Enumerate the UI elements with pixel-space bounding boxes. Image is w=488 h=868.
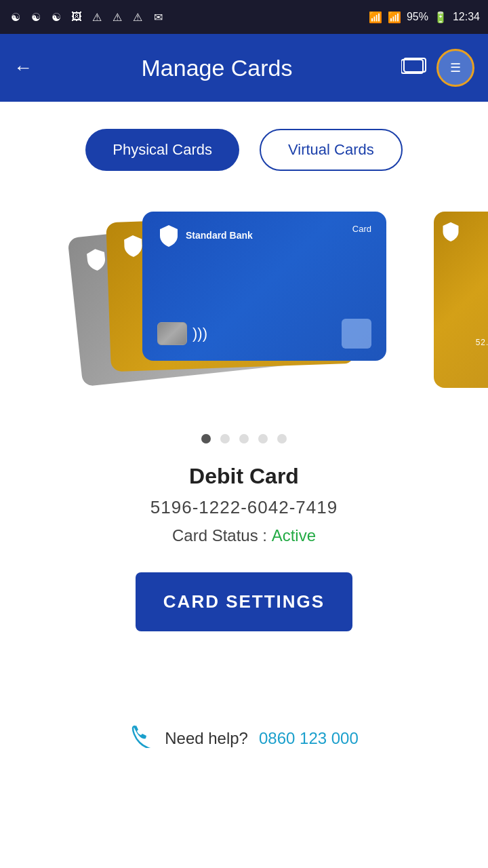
page-title: Manage Cards xyxy=(33,55,401,81)
carousel-dots xyxy=(0,422,488,450)
card-logo-blue: Standard Bank xyxy=(157,224,253,247)
battery-level: 95% xyxy=(407,11,428,23)
contactless-icon: ))) xyxy=(192,325,207,342)
icon-mail: ✉ xyxy=(150,9,165,24)
chip-icon xyxy=(157,322,187,345)
card-number-display: 5196-1222-6042-7419 xyxy=(0,497,488,518)
card-carousel: Standard Bank Card Standard Bank Card S xyxy=(0,191,488,422)
phone-icon xyxy=(129,724,154,753)
card-contactless-graphic xyxy=(342,319,371,349)
card-info: Debit Card 5196-1222-6042-7419 Card Stat… xyxy=(0,450,488,552)
hamburger-icon: ☰ xyxy=(450,62,461,74)
card-status-label: Card Status : xyxy=(172,526,267,545)
card-status-row: Card Status : Active xyxy=(0,526,488,545)
shield-icon-partial xyxy=(441,221,461,241)
status-right: 📶 📶 95% 🔋 12:34 xyxy=(369,11,480,24)
back-button[interactable]: ← xyxy=(14,57,33,79)
physical-cards-tab[interactable]: Physical Cards xyxy=(85,129,239,171)
dot-4 xyxy=(258,434,268,443)
card-name: Debit Card xyxy=(0,464,488,489)
partial-number: 52... xyxy=(476,338,488,347)
menu-button[interactable]: ☰ xyxy=(436,49,474,87)
clock: 12:34 xyxy=(453,11,480,23)
dot-2 xyxy=(220,434,230,443)
dot-1 xyxy=(201,434,211,443)
signal-icon: 📶 xyxy=(388,11,401,24)
icon-2: ☯ xyxy=(28,9,43,24)
shield-icon-gold xyxy=(121,233,145,257)
tab-row: Physical Cards Virtual Cards xyxy=(0,102,488,191)
need-help-text: Need help? xyxy=(165,729,248,748)
icon-warn1: ⚠ xyxy=(89,9,104,24)
status-icons: ☯ ☯ ☯ 🖼 ⚠ ⚠ ⚠ ✉ xyxy=(8,9,165,24)
virtual-cards-tab[interactable]: Virtual Cards xyxy=(260,129,403,171)
dot-3 xyxy=(239,434,249,443)
wifi-icon: 📶 xyxy=(369,11,382,24)
battery-icon: 🔋 xyxy=(434,11,447,24)
shield-icon-blue xyxy=(157,224,180,247)
card-label-blue: Card xyxy=(352,224,371,234)
status-bar: ☯ ☯ ☯ 🖼 ⚠ ⚠ ⚠ ✉ 📶 📶 95% 🔋 12:34 xyxy=(0,0,488,34)
icon-4: 🖼 xyxy=(69,9,84,24)
icon-warn3: ⚠ xyxy=(130,9,145,24)
shield-icon-gray xyxy=(83,246,108,271)
header: ← Manage Cards ☰ xyxy=(0,34,488,102)
card-chip-area: ))) xyxy=(157,319,371,349)
icon-3: ☯ xyxy=(49,9,64,24)
icon-1: ☯ xyxy=(8,9,23,24)
card-status-value: Active xyxy=(272,526,316,545)
header-icons: ☰ xyxy=(401,49,474,87)
icon-warn2: ⚠ xyxy=(110,9,125,24)
card-blue-main: Standard Bank Card ))) xyxy=(142,212,386,361)
footer: Need help? 0860 123 000 xyxy=(0,724,488,753)
card-partial-right: 52... xyxy=(434,212,488,388)
card-stack: Standard Bank Card Standard Bank Card S xyxy=(75,205,413,408)
card-stack-icon xyxy=(401,57,428,79)
dot-5 xyxy=(277,434,287,443)
card-settings-button[interactable]: CARD SETTINGS xyxy=(136,572,352,631)
bank-name-blue: Standard Bank xyxy=(186,230,253,241)
phone-number[interactable]: 0860 123 000 xyxy=(259,729,359,748)
